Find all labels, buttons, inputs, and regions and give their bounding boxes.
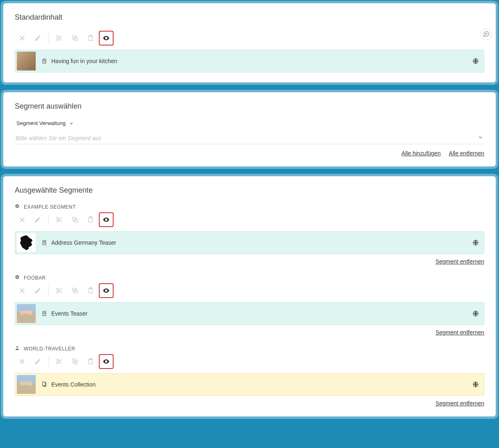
toolbar-separator [48, 33, 49, 43]
preview-button[interactable] [99, 31, 114, 45]
edit-button[interactable] [30, 354, 45, 369]
svg-point-12 [106, 38, 107, 39]
delete-button[interactable] [15, 283, 30, 298]
toolbar [15, 283, 484, 298]
cut-button[interactable] [52, 354, 67, 369]
comments-badge[interactable] [480, 28, 492, 40]
segment-footer: Segment entfernen [15, 329, 484, 336]
globe-icon [472, 239, 479, 246]
panel-title: Segment auswählen [15, 102, 484, 111]
remove-segment-link[interactable]: Segment entfernen [435, 258, 484, 265]
person-icon [15, 346, 20, 352]
segment-header: WORLD-TRAVELLER [15, 346, 484, 352]
content-label: Events Teaser [51, 310, 472, 317]
preview-button[interactable] [99, 354, 114, 369]
content-thumbnail [17, 375, 36, 394]
scissors-icon [56, 34, 63, 42]
paste-button[interactable] [83, 283, 98, 298]
comment-icon [483, 31, 490, 37]
panel-select-segment: Segment auswählen Segment Verwaltung Bit… [3, 92, 496, 166]
svg-rect-11 [90, 35, 92, 36]
edit-button[interactable] [30, 31, 45, 45]
pencil-icon [34, 34, 41, 42]
svg-point-40 [106, 290, 107, 291]
document-icon [41, 311, 47, 316]
panel-title: Ausgewählte Segmente [15, 186, 484, 195]
content-thumbnail [17, 304, 36, 323]
panel-default-content: Standardinhalt Having fun in your kitche… [3, 3, 496, 82]
panel-selected-segments: Ausgewählte Segmente EXAMPLE SEGMENT Add… [3, 176, 496, 416]
remove-all-link[interactable]: Alle entfernen [449, 150, 484, 157]
delete-button[interactable] [15, 31, 30, 45]
cut-button[interactable] [52, 212, 67, 227]
svg-rect-54 [90, 359, 92, 360]
chevron-down-icon [478, 134, 483, 141]
svg-point-44 [16, 346, 18, 348]
content-item[interactable]: Events Teaser [15, 302, 484, 325]
content-label: Having fun in your kitchen [51, 58, 472, 64]
segment-header: FOOBAR [15, 275, 484, 281]
gear-icon [15, 204, 20, 210]
segment-header: EXAMPLE SEGMENT [15, 204, 484, 210]
segment-footer: Segment entfernen [15, 400, 484, 407]
paste-button[interactable] [83, 212, 98, 227]
content-thumbnail [17, 233, 36, 252]
copy-icon [71, 34, 79, 42]
toolbar-separator [48, 357, 49, 366]
content-label: Events Collection [51, 381, 472, 388]
content-item[interactable]: Having fun in your kitchen [15, 50, 484, 73]
add-all-link[interactable]: Alle hinzufügen [401, 150, 441, 157]
copy-button[interactable] [68, 283, 82, 298]
toolbar-separator [48, 286, 49, 296]
edit-button[interactable] [30, 212, 45, 227]
copy-button[interactable] [68, 354, 82, 369]
preview-button[interactable] [99, 212, 114, 227]
cut-button[interactable] [52, 31, 67, 45]
segment-footer: Segment entfernen [15, 258, 484, 265]
globe-icon [472, 381, 479, 388]
segment-select-placeholder: Bitte wählen Sie ein Segment aus [16, 135, 101, 141]
preview-button[interactable] [99, 283, 114, 298]
globe-icon [472, 310, 479, 317]
document-icon [41, 240, 47, 246]
paste-button[interactable] [83, 354, 98, 369]
link-row: Alle hinzufügen Alle entfernen [15, 150, 484, 157]
content-item[interactable]: Events Collection [15, 373, 484, 396]
paste-button[interactable] [83, 31, 98, 45]
svg-rect-57 [43, 382, 45, 386]
content-item[interactable]: Address Germany Teaser [15, 231, 484, 254]
x-icon [18, 34, 26, 42]
document-icon [41, 382, 47, 387]
svg-rect-25 [90, 217, 92, 218]
toolbar [15, 354, 484, 369]
content-thumbnail [17, 52, 36, 70]
segment-name: FOOBAR [24, 275, 46, 281]
eye-icon [103, 34, 110, 42]
cut-button[interactable] [52, 283, 67, 298]
svg-point-55 [106, 361, 107, 362]
document-icon [41, 58, 47, 64]
segment-name: WORLD-TRAVELLER [24, 346, 75, 352]
clipboard-icon [87, 34, 94, 42]
toolbar-separator [48, 215, 49, 225]
toolbar [15, 212, 484, 227]
edit-button[interactable] [30, 283, 45, 298]
segment-name: EXAMPLE SEGMENT [24, 204, 76, 210]
segment-admin-link[interactable]: Segment Verwaltung [16, 120, 74, 126]
chevron-down-icon [69, 121, 74, 126]
copy-button[interactable] [68, 212, 82, 227]
delete-button[interactable] [15, 354, 30, 369]
remove-segment-link[interactable]: Segment entfernen [435, 329, 484, 336]
delete-button[interactable] [15, 212, 30, 227]
remove-segment-link[interactable]: Segment entfernen [435, 400, 484, 407]
globe-icon [472, 58, 479, 64]
content-label: Address Germany Teaser [51, 239, 472, 246]
toolbar [15, 31, 484, 45]
panel-title: Standardinhalt [15, 13, 484, 22]
segment-admin-label: Segment Verwaltung [16, 120, 66, 126]
copy-button[interactable] [68, 31, 82, 45]
svg-point-26 [106, 219, 107, 221]
segment-select[interactable]: Bitte wählen Sie ein Segment aus [15, 132, 484, 144]
svg-rect-39 [90, 288, 92, 289]
gear-icon [15, 275, 20, 281]
